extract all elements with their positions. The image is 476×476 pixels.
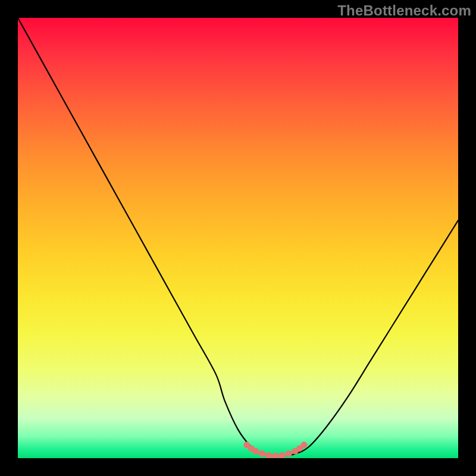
marker-dot bbox=[272, 453, 278, 458]
watermark-text: TheBottleneck.com bbox=[337, 2, 471, 19]
chart-frame: TheBottleneck.com bbox=[0, 0, 476, 476]
marker-dot bbox=[265, 452, 272, 458]
marker-dot bbox=[279, 452, 286, 458]
chart-svg bbox=[18, 18, 458, 458]
bottom-cluster-dots bbox=[243, 441, 307, 458]
curve-group bbox=[18, 18, 458, 458]
marker-dot bbox=[259, 450, 265, 457]
marker-dot bbox=[301, 441, 308, 448]
marker-dot bbox=[286, 450, 292, 457]
bottleneck-curve bbox=[18, 18, 458, 456]
plot-area bbox=[18, 18, 458, 458]
marker-dot bbox=[252, 448, 259, 455]
